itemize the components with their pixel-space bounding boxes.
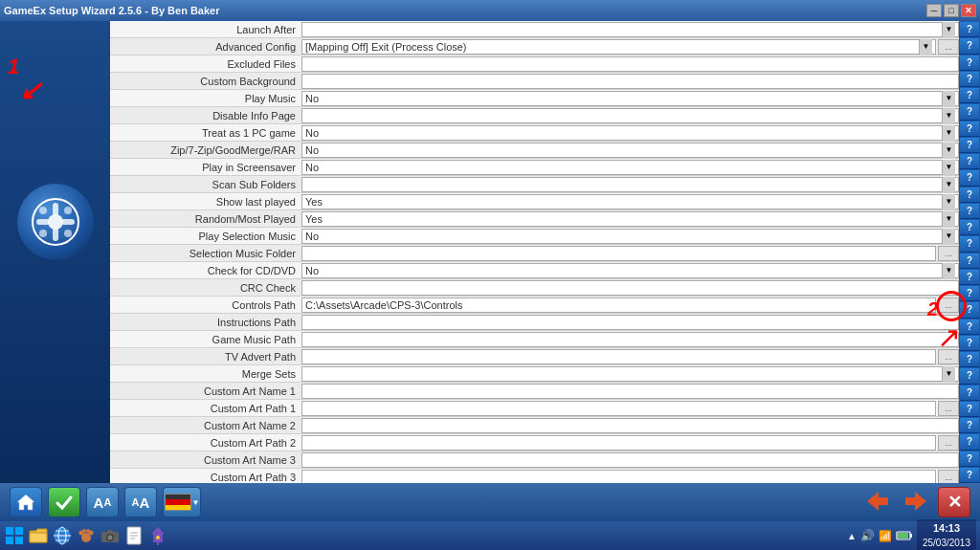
help-button[interactable]: ? — [959, 71, 980, 87]
dropdown-arrow-icon[interactable]: ▼ — [942, 91, 955, 106]
field-control[interactable] — [301, 349, 936, 364]
help-button[interactable]: ? — [959, 219, 980, 235]
dropdown-arrow-icon[interactable]: ▼ — [942, 211, 955, 227]
help-column: ???????????????????????????? — [959, 21, 980, 483]
field-control[interactable] — [301, 401, 936, 416]
field-control[interactable] — [301, 470, 936, 484]
dropdown-arrow-icon[interactable]: ▼ — [942, 160, 955, 175]
field-control[interactable]: No▼ — [301, 143, 959, 158]
check-button[interactable] — [48, 487, 80, 517]
browse-button[interactable]: ... — [938, 349, 959, 364]
dropdown-arrow-icon[interactable]: ▼ — [942, 177, 955, 192]
volume-icon[interactable]: 🔊 — [860, 529, 875, 542]
help-button[interactable]: ? — [959, 103, 980, 120]
browse-button[interactable]: ... — [938, 39, 959, 55]
taskbar-camera[interactable] — [100, 525, 121, 546]
help-button[interactable]: ? — [959, 301, 980, 318]
field-control[interactable] — [301, 74, 959, 89]
help-button[interactable]: ? — [959, 433, 980, 450]
field-control[interactable] — [301, 315, 959, 330]
close-button[interactable]: ✕ — [961, 4, 976, 17]
taskbar-wizard[interactable] — [147, 525, 168, 546]
field-control[interactable]: ▼ — [301, 108, 959, 123]
field-control[interactable]: Yes▼ — [301, 194, 959, 209]
help-button[interactable]: ? — [959, 153, 980, 169]
help-button[interactable]: ? — [959, 417, 980, 433]
forward-button[interactable] — [900, 486, 932, 518]
field-control[interactable]: ▼ — [301, 177, 959, 192]
dropdown-arrow-icon[interactable]: ▼ — [942, 263, 955, 278]
text-size-button-2[interactable]: A A — [124, 487, 157, 517]
browse-button[interactable]: ... — [938, 401, 959, 416]
help-button[interactable]: ? — [959, 37, 980, 54]
help-button[interactable]: ? — [959, 319, 980, 335]
maximize-button[interactable]: □ — [944, 4, 959, 17]
dropdown-arrow-icon[interactable]: ▼ — [942, 194, 955, 209]
field-control[interactable]: ▼ — [301, 366, 959, 382]
language-button[interactable]: ▼ — [163, 487, 201, 517]
help-button[interactable]: ? — [959, 169, 980, 186]
help-button[interactable]: ? — [959, 385, 980, 401]
help-button[interactable]: ? — [959, 285, 980, 301]
exit-button[interactable]: ✕ — [938, 487, 970, 517]
dropdown-arrow-icon[interactable]: ▼ — [942, 108, 955, 123]
taskbar-folder[interactable] — [28, 525, 49, 546]
field-control[interactable]: No▼ — [301, 229, 959, 244]
help-button[interactable]: ? — [959, 335, 980, 351]
tray-expand[interactable]: ▲ — [847, 531, 857, 541]
network-icon[interactable]: 📶 — [879, 530, 892, 542]
svg-point-37 — [156, 536, 160, 539]
field-control[interactable]: C:\Assets\Arcade\CPS-3\Controls — [301, 297, 936, 313]
help-button[interactable]: ? — [959, 351, 980, 367]
help-button[interactable]: ? — [959, 401, 980, 417]
svg-rect-3 — [61, 219, 75, 225]
help-button[interactable]: ? — [959, 203, 980, 219]
help-button[interactable]: ? — [959, 253, 980, 269]
help-button[interactable]: ? — [959, 367, 980, 384]
help-button[interactable]: ? — [959, 137, 980, 153]
field-control[interactable] — [301, 418, 959, 433]
help-button[interactable]: ? — [959, 55, 980, 71]
dropdown-arrow-icon[interactable]: ▼ — [919, 39, 932, 55]
field-control[interactable]: No▼ — [301, 263, 959, 278]
field-control[interactable]: [Mapping Off] Exit (Process Close)▼ — [301, 39, 936, 55]
dropdown-arrow-icon[interactable]: ▼ — [942, 125, 955, 141]
browse-button[interactable]: ... — [938, 246, 959, 261]
field-control[interactable] — [301, 246, 936, 261]
field-control[interactable] — [301, 384, 959, 399]
field-control[interactable]: No▼ — [301, 160, 959, 175]
help-button[interactable]: ? — [959, 187, 980, 203]
dropdown-arrow-icon[interactable]: ▼ — [942, 22, 955, 37]
help-button[interactable]: ? — [959, 87, 980, 103]
field-control[interactable] — [301, 435, 936, 451]
field-control[interactable]: Yes▼ — [301, 211, 959, 227]
help-button[interactable]: ? — [959, 269, 980, 285]
field-control[interactable] — [301, 452, 959, 468]
field-control[interactable] — [301, 56, 959, 72]
browse-button[interactable]: ... — [938, 435, 959, 451]
minimize-button[interactable]: ─ — [926, 4, 942, 17]
help-button[interactable]: ? — [959, 21, 980, 37]
taskbar-start[interactable] — [4, 525, 25, 546]
dropdown-arrow-icon[interactable]: ▼ — [942, 229, 955, 244]
field-control[interactable]: ▼ — [301, 22, 959, 37]
help-button[interactable]: ? — [959, 467, 980, 483]
home-button[interactable] — [10, 487, 42, 517]
field-control[interactable] — [301, 332, 959, 347]
taskbar-browser[interactable] — [52, 525, 73, 546]
field-control[interactable] — [301, 280, 959, 296]
dropdown-arrow-icon[interactable]: ▼ — [942, 143, 955, 158]
back-button[interactable] — [861, 486, 894, 518]
system-clock[interactable]: 14:13 25/03/2013 — [917, 519, 976, 550]
browse-button[interactable]: ... — [938, 297, 959, 313]
field-control[interactable]: No▼ — [301, 91, 959, 106]
text-size-button-1[interactable]: A A — [86, 487, 119, 517]
taskbar-docs[interactable] — [123, 525, 145, 546]
field-control[interactable]: No▼ — [301, 125, 959, 141]
browse-button[interactable]: ... — [938, 470, 959, 484]
taskbar-paw[interactable] — [76, 525, 97, 546]
help-button[interactable]: ? — [959, 235, 980, 252]
help-button[interactable]: ? — [959, 121, 980, 137]
dropdown-arrow-icon[interactable]: ▼ — [942, 366, 955, 382]
help-button[interactable]: ? — [959, 451, 980, 467]
